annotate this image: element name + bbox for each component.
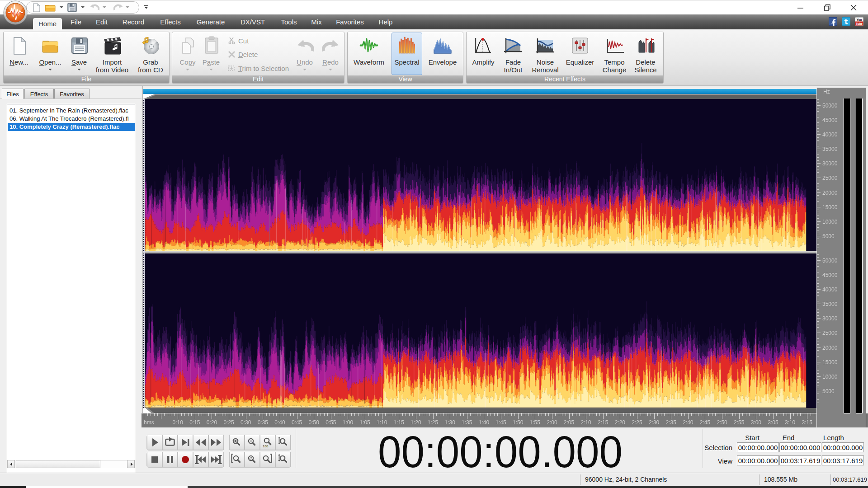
svg-text:100: 100 — [263, 444, 269, 448]
svg-text:Tube: Tube — [856, 22, 863, 25]
svg-text:You: You — [857, 18, 862, 21]
